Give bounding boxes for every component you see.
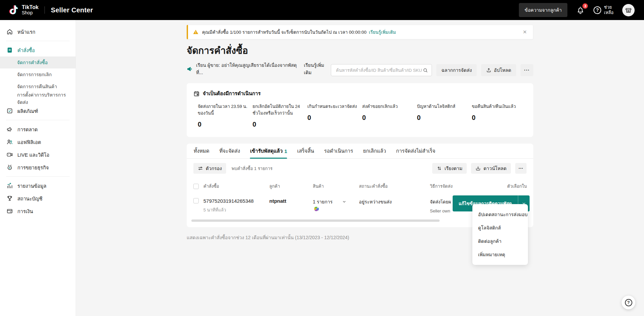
stat-value: 0	[417, 114, 472, 122]
tab-pending[interactable]: รอดำเนินการ	[324, 144, 353, 158]
tab-all[interactable]: ทั้งหมด	[194, 144, 209, 158]
search-icon[interactable]	[423, 67, 428, 73]
tab-cancelled[interactable]: ยกเลิกแล้ว	[363, 144, 386, 158]
download-button[interactable]: ดาวน์โหลด	[471, 163, 511, 174]
stat-cancel-requests[interactable]: ส่งคำขอยกเลิกแล้ว 0	[362, 103, 417, 128]
tab-completed[interactable]: เสร็จสิ้น	[297, 144, 314, 158]
horizontal-scrollbar-thumb[interactable]	[191, 219, 440, 222]
sidebar-item-finance[interactable]: การเงิน	[0, 205, 76, 217]
sidebar-subitem-manage-orders[interactable]: จัดการคำสั่งซื้อ	[0, 56, 76, 68]
search-input[interactable]	[335, 67, 423, 73]
announcement-row: เรียน ผู้ขาย: อย่าให้คุณสูญเสียรายได้เนื…	[187, 61, 331, 76]
column-product: สินค้า	[313, 183, 359, 190]
shipping-label-button[interactable]: ฉลากการจัดส่ง	[436, 64, 477, 76]
menu-item-view-logistics[interactable]: ดูโลจิสติกส์	[472, 221, 528, 234]
order-search-box	[331, 64, 432, 76]
stat-overdue[interactable]: เกินกำหนดระยะเวลาจัดส่ง 0	[307, 103, 362, 128]
menu-item-update-delivery-status[interactable]: อัปเดตสถานะการส่งมอบ	[472, 208, 528, 221]
tab-picked-up[interactable]: เข้ารับพัสดุแล้ว 1	[250, 144, 287, 158]
sidebar-subitem-manage-cancellations[interactable]: จัดการการยกเลิก	[0, 68, 76, 81]
download-icon	[475, 166, 481, 171]
table-more-button[interactable]: ···	[515, 163, 527, 174]
menu-item-contact-customer[interactable]: ติดต่อลูกค้า	[472, 234, 528, 248]
close-icon[interactable]: ✕	[523, 29, 527, 35]
stat-value: 0	[253, 121, 307, 128]
stat-auto-cancel[interactable]: ยกเลิกอัตโนมัติภายใน 24 ชั่วโมงหรือเร็วก…	[253, 103, 307, 128]
credit-card-icon	[6, 208, 13, 214]
tiktok-note-icon	[9, 4, 19, 16]
order-id[interactable]: 579752031914265348	[203, 198, 269, 204]
sidebar-subitem-manage-returns[interactable]: จัดการการคืนสินค้า	[0, 81, 76, 93]
floating-help-button[interactable]: ?	[622, 296, 635, 309]
tiktok-shop-logo[interactable]: TikTok Shop	[9, 4, 38, 16]
sidebar-item-affiliate[interactable]: แอฟฟิลิเอต	[0, 136, 76, 148]
sidebar-item-label: การขยายธุรกิจ	[17, 164, 49, 171]
header-more-button[interactable]: ···	[521, 64, 533, 76]
question-mark-icon: ?	[625, 299, 632, 306]
order-time-ago: 5 นาทีที่แล้ว	[203, 206, 269, 213]
page-header-actions: ฉลากการจัดส่ง อัปโหลด ···	[331, 43, 533, 76]
upload-button[interactable]: อัปโหลด	[481, 64, 516, 76]
customer-name[interactable]: ntpnatt	[269, 198, 313, 204]
action-required-title-row: จำเป็นต้องมีการดำเนินการ	[193, 90, 527, 98]
sidebar-item-label: LIVE และวิดีโอ	[17, 151, 50, 159]
sort-icon	[437, 166, 442, 171]
product-thumbnail[interactable]	[313, 205, 359, 212]
menu-item-add-note[interactable]: เพิ่มหมายเหตุ	[472, 248, 528, 261]
sidebar-divider	[6, 41, 70, 41]
download-button-label: ดาวน์โหลด	[483, 165, 507, 172]
stat-label: ยกเลิกอัตโนมัติภายใน 24 ชั่วโมงหรือเร็วก…	[253, 103, 303, 117]
row-checkbox[interactable]	[193, 198, 199, 203]
tab-delivery-failed[interactable]: การจัดส่งไม่สำเร็จ	[396, 144, 436, 158]
question-circle-icon: ?	[593, 6, 601, 14]
sidebar-subitem-shipping-settings[interactable]: การตั้งค่าการบริหารการจัดส่ง	[0, 93, 76, 105]
upload-icon	[486, 67, 491, 73]
stat-ship-today[interactable]: จัดส่งภายในเวลา 23.59 น. ของวันนี้ 0	[198, 103, 253, 128]
tab-count-badge: 1	[284, 148, 287, 154]
stat-return-refund[interactable]: ขอคืนสินค้า/คืนเงินแล้ว 0	[472, 103, 527, 128]
sidebar-item-products[interactable]: ผลิตภัณฑ์	[0, 105, 76, 117]
table-actions: เรียงตาม ดาวน์โหลด ···	[432, 163, 527, 174]
sidebar-item-account-health[interactable]: สถานะบัญชี	[0, 192, 76, 205]
filter-button[interactable]: ตัวกรอง	[193, 163, 226, 174]
products-icon	[6, 108, 13, 114]
stat-value: 0	[198, 121, 253, 128]
column-customer: ลูกค้า	[269, 183, 313, 190]
column-order: คำสั่งซื้อ	[203, 183, 269, 190]
tab-to-ship[interactable]: ที่จะจัดส่ง	[219, 144, 240, 158]
select-all-checkbox[interactable]	[193, 184, 199, 189]
sidebar-item-label: สถานะบัญชี	[17, 195, 42, 202]
page-header: จัดการคำสั่งซื้อ เรียน ผู้ขาย: อย่าให้คุ…	[187, 43, 533, 76]
stat-logistics-issues[interactable]: ปัญหาด้านโลจิสติกส์ 0	[417, 103, 472, 128]
customer-messages-button[interactable]: ข้อความจากลูกค้า	[519, 3, 567, 17]
sidebar-item-live-video[interactable]: LIVE และวิดีโอ	[0, 148, 76, 161]
page-title: จัดการคำสั่งซื้อ	[187, 43, 331, 58]
sidebar-item-label: รายงานข้อมูล	[17, 182, 47, 190]
column-order-status: สถานะคำสั่งซื้อ	[359, 183, 430, 190]
item-count-text: 1 รายการ	[313, 198, 333, 205]
stat-label: ขอคืนสินค้า/คืนเงินแล้ว	[472, 103, 523, 110]
sort-button-label: เรียงตาม	[445, 165, 463, 172]
filter-row: ตัวกรอง พบคำสั่งซื้อ 1 รายการ เรียงตาม	[187, 159, 533, 174]
sidebar-item-marketing[interactable]: การตลาด	[0, 123, 76, 136]
stat-value: 0	[472, 114, 527, 122]
sidebar-item-orders[interactable]: คำสั่งซื้อ	[0, 44, 76, 56]
table-header: คำสั่งซื้อ ลูกค้า สินค้า สถานะคำสั่งซื้อ…	[187, 183, 533, 190]
store-button[interactable]	[622, 4, 635, 16]
help-button[interactable]: ? ช่วย เหลือ	[593, 5, 614, 16]
expand-items-chevron-icon[interactable]	[342, 199, 347, 204]
sidebar-item-label: ผลิตภัณฑ์	[17, 107, 38, 115]
warning-triangle-icon	[193, 29, 199, 35]
action-required-title: จำเป็นต้องมีการดำเนินการ	[203, 90, 261, 98]
sidebar-item-analytics[interactable]: รายงานข้อมูล	[0, 179, 76, 192]
sidebar-item-growth[interactable]: การขยายธุรกิจ	[0, 161, 76, 174]
stat-label: จัดส่งภายในเวลา 23.59 น. ของวันนี้	[198, 103, 249, 117]
megaphone-icon	[6, 126, 13, 133]
notifications-button[interactable]: 3	[576, 6, 585, 14]
sort-button[interactable]: เรียงตาม	[432, 163, 467, 174]
announcement-learn-more-link[interactable]: เรียนรู้เพิ่มเติม	[304, 61, 331, 76]
sidebar-item-home[interactable]: หน้าแรก	[0, 25, 76, 38]
action-required-card: จำเป็นต้องมีการดำเนินการ จัดส่งภายในเวลา…	[187, 83, 533, 137]
banner-learn-more-link[interactable]: เรียนรู้เพิ่มเติม	[369, 28, 396, 36]
notification-badge: 3	[582, 3, 588, 9]
